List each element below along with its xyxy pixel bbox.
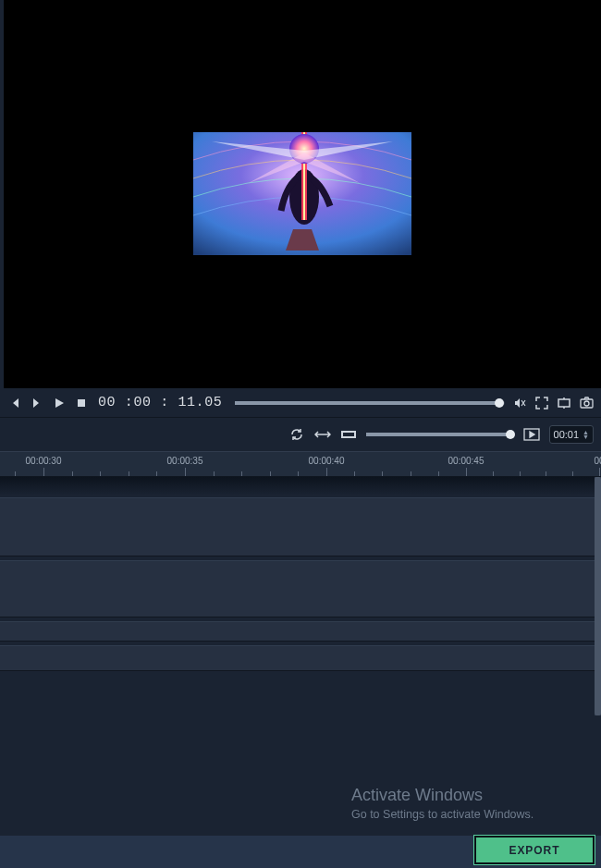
- svg-rect-5: [78, 399, 85, 407]
- watermark-title: Activate Windows: [351, 786, 534, 805]
- export-button-frame: EXPORT: [473, 835, 595, 865]
- zoom-to-clip-icon[interactable]: [340, 426, 357, 443]
- track-audio-1[interactable]: [0, 621, 595, 642]
- ruler-ticks: [0, 467, 601, 476]
- svg-rect-10: [343, 433, 354, 436]
- svg-rect-6: [558, 399, 570, 407]
- fullscreen-button[interactable]: [534, 396, 549, 410]
- windows-activation-watermark: Activate Windows Go to Settings to activ…: [351, 786, 534, 821]
- ruler-label: 00:00:30: [26, 456, 62, 466]
- ruler-label: 00: [594, 456, 601, 466]
- preview-video-column: [193, 0, 411, 388]
- preview-quality-icon[interactable]: [523, 426, 540, 443]
- seek-slider[interactable]: [235, 401, 505, 405]
- seek-knob[interactable]: [495, 398, 504, 408]
- next-frame-button[interactable]: [30, 396, 44, 410]
- duration-value: 00:01: [554, 429, 580, 440]
- seek-fill: [235, 401, 499, 405]
- refresh-icon[interactable]: [288, 426, 305, 443]
- duration-spinner[interactable]: 00:01 ▲ ▼: [549, 425, 594, 444]
- timecode-display: 00 :00 : 11.05: [98, 395, 222, 410]
- timeline-ruler[interactable]: 00:00:3000:00:3500:00:4000:00:4500: [0, 451, 601, 477]
- fit-width-icon[interactable]: [314, 426, 331, 443]
- timeline-tracks: [0, 477, 601, 673]
- ruler-label: 00:00:35: [167, 456, 203, 466]
- tracks-top-shadow: [0, 477, 601, 495]
- safe-area-button[interactable]: [557, 396, 571, 410]
- mute-button[interactable]: [512, 396, 527, 410]
- prev-frame-button[interactable]: [7, 396, 22, 410]
- tracks-vscrollbar[interactable]: [595, 477, 601, 715]
- svg-point-8: [584, 401, 589, 406]
- track-video-2[interactable]: [0, 560, 595, 617]
- timeline-toolbar: 00:01 ▲ ▼: [0, 418, 601, 451]
- ruler-label: 00:00:40: [309, 456, 345, 466]
- zoom-knob[interactable]: [506, 430, 515, 439]
- play-button[interactable]: [52, 396, 67, 410]
- duration-down[interactable]: ▼: [583, 434, 589, 439]
- ruler-label: 00:00:45: [448, 456, 484, 466]
- preview-canvas: [4, 0, 601, 388]
- watermark-subtitle: Go to Settings to activate Windows.: [351, 808, 534, 821]
- stop-button[interactable]: [74, 396, 89, 410]
- zoom-fill: [366, 433, 511, 436]
- tracks-vscroll-thumb[interactable]: [595, 477, 601, 715]
- snapshot-button[interactable]: [579, 396, 594, 410]
- track-video-1[interactable]: [0, 497, 595, 556]
- zoom-slider[interactable]: [366, 433, 514, 436]
- track-audio-2[interactable]: [0, 645, 595, 671]
- playback-bar: 00 :00 : 11.05: [0, 388, 601, 418]
- export-button[interactable]: EXPORT: [476, 837, 593, 862]
- preview-frame-image: [193, 132, 411, 255]
